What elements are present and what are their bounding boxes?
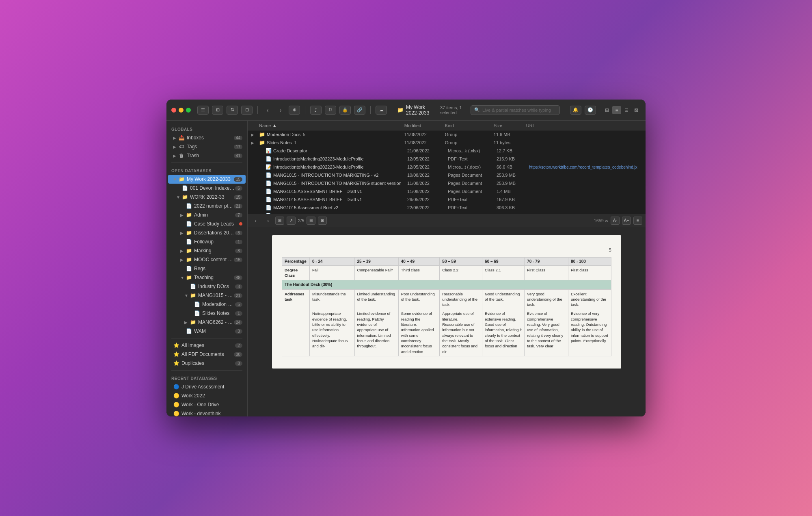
columns-view-button[interactable]: ⊟ (622, 106, 631, 114)
sidebar-item-all-images[interactable]: ⭐ All Images 2 (168, 341, 246, 350)
sidebar-label-mang6262: MANG6262 - Mar... (198, 319, 234, 325)
table-row[interactable]: 📄 MANG1015 - INTRODUCTION TO MARKETING s… (248, 179, 646, 187)
sidebar-divider-2 (171, 338, 242, 338)
expand-icon: ▼ (173, 177, 177, 182)
icon-view-button[interactable]: ⊠ (632, 106, 641, 114)
split-view-button[interactable]: ⊞ (603, 106, 611, 114)
link-button[interactable]: 🔗 (354, 106, 365, 115)
minimize-button[interactable] (179, 108, 184, 113)
sidebar-label-dissertations: Dissertations 2021 - 22 (194, 230, 235, 236)
followup-badge: 1 (235, 240, 242, 244)
preview-action-btn-3[interactable]: ⊟ (307, 217, 315, 225)
col-header-size[interactable]: Size (494, 123, 526, 128)
file-type-icon: 📄 (266, 205, 272, 210)
table-row[interactable]: 📄 MANG1015 - INTRODUCTION TO MARKETING -… (248, 171, 646, 179)
sidebar-item-regs[interactable]: 📄 Regs (168, 264, 246, 273)
sidebar-item-teaching[interactable]: ▼ 📁 Teaching 48 (168, 273, 246, 282)
sidebar-item-duplicates[interactable]: ⭐ Duplicates 8 (168, 359, 246, 368)
table-row[interactable]: 📄 MANG1015 Assessment Brief v2 22/06/202… (248, 204, 646, 212)
share-button[interactable]: ⤴ (310, 106, 322, 115)
sidebar-label-tags: Tags (187, 144, 234, 150)
sidebar-item-admin[interactable]: ▶ 📁 Admin 7 (168, 210, 246, 219)
sidebar-item-trash[interactable]: ▶ 🗑 Trash 41 (168, 151, 246, 160)
sidebar-item-tags[interactable]: ▶ 🏷 Tags 17 (168, 142, 246, 151)
layout-toggle-button[interactable]: ⊟ (241, 106, 253, 115)
table-row[interactable]: 📝 IntroductiontoMarketing202223-ModulePr… (248, 163, 646, 171)
all-images-badge: 2 (235, 343, 242, 348)
view-toggle-button[interactable]: ⊞ (212, 106, 223, 115)
sidebar-toggle-button[interactable]: ☰ (197, 106, 209, 115)
col-60-69: 60 – 69 (482, 258, 525, 266)
sidebar-item-all-pdf[interactable]: ⭐ All PDF Documents 30 (168, 350, 246, 359)
preview-forward-button[interactable]: › (263, 216, 273, 225)
sidebar-item-work-one-drive[interactable]: 🟡 Work - One Drive (168, 400, 246, 409)
smart-group-icon: ⭐ (173, 343, 179, 348)
expand-icon: ▶ (180, 258, 184, 262)
sidebar-label-work-devonthink: Work - devonthink (181, 411, 242, 416)
table-row[interactable]: ▶ 📁 Slides Notes 1 11/08/2022 Group 11 b… (248, 139, 646, 147)
table-row[interactable]: ▶ 📁 Moderation Docs 5 11/08/2022 Group 1… (248, 130, 646, 139)
col-80-100: 80 - 100 (568, 258, 611, 266)
my-work-badge: 15 (234, 177, 242, 182)
sidebar-item-j-drive[interactable]: 🔵 J Drive Assessment (168, 382, 246, 391)
tag-button[interactable]: ⚐ (325, 106, 336, 115)
sidebar-item-industry-docs[interactable]: 📄 Industry DOcs 3 (168, 282, 246, 291)
sidebar-item-marking[interactable]: ▶ 📁 Marking 8 (168, 246, 246, 255)
sidebar-item-dissertations[interactable]: ▶ 📁 Dissertations 2021 - 22 8 (168, 228, 246, 237)
history-button[interactable]: 🕐 (585, 106, 596, 115)
table-row[interactable]: 📄 MANG1015 ASSESSMENT BRIEF - Draft v1 1… (248, 187, 646, 195)
file-type-icon: 📄 (266, 197, 272, 202)
sidebar-item-work-devonthink[interactable]: 🟡 Work - devonthink (168, 409, 246, 416)
sidebar-item-case-study[interactable]: 📄 Case Study Leads (168, 219, 246, 228)
sidebar-item-followup[interactable]: 📄 Followup 1 (168, 237, 246, 246)
sidebar-item-moderation-docs[interactable]: 📄 Moderation Docs 5 (168, 300, 246, 309)
lock-button[interactable]: 🔒 (339, 106, 351, 115)
list-view-button[interactable]: ≡ (612, 106, 621, 114)
font-size-down-btn[interactable]: A- (611, 217, 620, 225)
col-header-modified[interactable]: Modified (404, 123, 445, 128)
table-row[interactable]: 📊 Grade Descriptor 21/06/2022 Micros...k… (248, 147, 646, 155)
sidebar-item-wam[interactable]: 📄 WAM 3 (168, 327, 246, 336)
file-name: Moderation Docs (267, 132, 300, 137)
nav-back-button[interactable]: ‹ (263, 106, 272, 115)
sidebar-item-work-2022[interactable]: ▼ 📁 WORK 2022-33 15 (168, 193, 246, 202)
text-view-btn[interactable]: ≡ (633, 217, 642, 225)
page-info: 2/5 (298, 218, 304, 223)
sort-toggle-button[interactable]: ⇅ (227, 106, 238, 115)
name-label: Name (259, 123, 271, 128)
sidebar-item-mang6262[interactable]: ▶ 📁 MANG6262 - Mar... 24 (168, 318, 246, 327)
col-header-kind[interactable]: Kind (445, 123, 494, 128)
maximize-button[interactable] (186, 108, 191, 113)
sidebar-item-work2022-recent[interactable]: 🟡 Work 2022 (168, 391, 246, 400)
sidebar-item-2022-number[interactable]: 📄 2022 number planning 21 (168, 202, 246, 210)
alert-button[interactable]: 🔔 (570, 106, 581, 115)
preview-action-btn-2[interactable]: ↗ (287, 217, 296, 225)
file-type-icon: 📄 (266, 156, 272, 162)
sidebar-item-inboxes[interactable]: ▶ 📥 Inboxes 44 (168, 133, 246, 142)
mooc-badge: 15 (234, 258, 242, 262)
sidebar-item-mang1015[interactable]: ▼ 📁 MANG1015 - Intro... 21 (168, 291, 246, 300)
sidebar-item-mooc[interactable]: ▶ 📁 MOOC content files 15 (168, 255, 246, 264)
search-bar[interactable]: 🔍 Live & partial matches while typing (471, 105, 560, 115)
close-button[interactable] (171, 108, 176, 113)
sidebar-label-teaching: Teaching (194, 275, 234, 280)
col-header-name[interactable]: Name ▲ (259, 123, 404, 128)
preview-action-btn-4[interactable]: ⊞ (318, 217, 327, 225)
preview-back-button[interactable]: ‹ (251, 216, 261, 225)
cloud-button[interactable]: ☁ (376, 106, 387, 115)
font-size-up-btn[interactable]: A+ (622, 217, 631, 225)
table-row[interactable]: 📄 MANG1015 ASSESSMENT BRIEF - Draft v1 2… (248, 195, 646, 204)
sidebar-item-slides-notes[interactable]: 📄 Slides Notes 1 (168, 309, 246, 318)
nav-forward-button[interactable]: › (276, 106, 285, 115)
sidebar-label-j-drive: J Drive Assessment (181, 384, 242, 390)
mang6262-badge: 24 (234, 320, 242, 325)
degree-class-label: Degree Class (282, 266, 310, 280)
table-row[interactable]: 📄 IntroductiontoMarketing202223-ModulePr… (248, 155, 646, 163)
table-row[interactable]: 📄 MANG1015 Assessment Brief v3 11/08/202… (248, 212, 646, 214)
file-icon: 📄 (186, 328, 192, 334)
col-header-url[interactable]: URL (526, 123, 642, 128)
sidebar-item-my-work[interactable]: ▼ 📁 My Work 2022-2033 15 (168, 175, 246, 184)
sidebar-item-001-devon[interactable]: 📄 001 Devon Indexed W... 6 (168, 184, 246, 193)
new-item-button[interactable]: ⊕ (289, 106, 300, 115)
preview-action-btn-1[interactable]: ⊞ (275, 217, 284, 225)
